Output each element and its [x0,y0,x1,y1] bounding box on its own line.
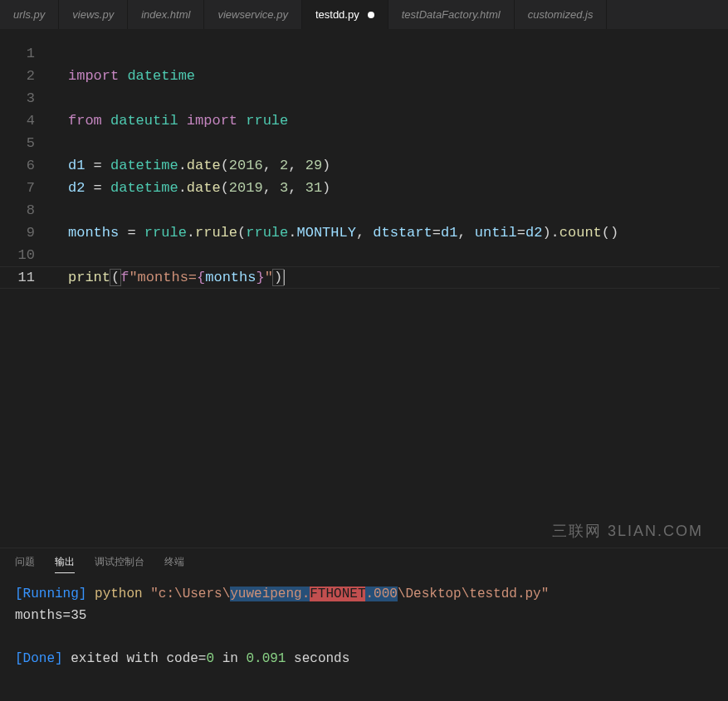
tab-index[interactable]: index.html [128,0,204,29]
tab-customized[interactable]: customized.js [515,0,608,29]
code-line: print(f"months={months}") [68,266,728,289]
panel-tab-debug[interactable]: 调试控制台 [95,555,144,573]
tab-label: testDataFactory.html [402,8,501,21]
panel-tab-problems[interactable]: 问题 [15,555,35,573]
code-line [68,42,728,65]
editor[interactable]: 1 2 3 4 5 6 7 8 9 10 11 import datetime … [0,29,728,548]
output-line [15,626,713,648]
line-number: 1 [0,42,35,65]
output-line: [Running] python "c:\Users\yuweipeng.FTH… [15,583,713,605]
panel-tab-output[interactable]: 输出 [55,555,75,573]
line-number: 3 [0,87,35,110]
watermark: 三联网 3LIAN.COM [552,521,703,541]
line-number: 9 [0,221,35,244]
tab-urls[interactable]: urls.py [0,0,59,29]
tab-viewservice[interactable]: viewservice.py [204,0,302,29]
panel-tabs: 问题 输出 调试控制台 终端 [0,548,728,578]
line-number: 5 [0,132,35,154]
bottom-panel: 问题 输出 调试控制台 终端 [Running] python "c:\User… [0,548,728,701]
code-line: import datetime [68,65,728,87]
output-line: months=35 [15,605,713,626]
line-number: 7 [0,177,35,199]
line-number: 11 [0,266,35,289]
editor-tabs: urls.py views.py index.html viewservice.… [0,0,728,29]
tab-label: viewservice.py [217,8,288,21]
tab-label: customized.js [528,8,594,21]
panel-tab-terminal[interactable]: 终端 [164,555,184,573]
dirty-indicator-icon [368,12,374,18]
tab-label: urls.py [13,8,45,21]
code-line [68,132,728,154]
tab-label: index.html [141,8,190,21]
code-line: d2 = datetime.date(2019, 3, 31) [68,177,728,199]
line-number: 8 [0,199,35,221]
tab-label: testdd.py [315,8,359,21]
line-number: 2 [0,65,35,87]
code-line [68,244,728,266]
code-content[interactable]: import datetime from dateutil import rru… [50,29,728,548]
code-line: d1 = datetime.date(2016, 2, 29) [68,154,728,177]
code-line: months = rrule.rrule(rrule.MONTHLY, dtst… [68,221,728,244]
output-line: [Done] exited with code=0 in 0.091 secon… [15,648,713,669]
tab-views[interactable]: views.py [59,0,128,29]
tab-testdd[interactable]: testdd.py [302,0,388,29]
cursor-icon [284,270,285,285]
output-content[interactable]: [Running] python "c:\Users\yuweipeng.FTH… [0,578,728,674]
line-number: 6 [0,154,35,177]
code-line: from dateutil import rrule [68,110,728,132]
line-number: 10 [0,244,35,266]
line-number: 4 [0,110,35,132]
code-line [68,199,728,221]
code-line [68,87,728,110]
line-gutter: 1 2 3 4 5 6 7 8 9 10 11 [0,29,50,548]
tab-testdatafactory[interactable]: testDataFactory.html [388,0,515,29]
tab-label: views.py [72,8,114,21]
